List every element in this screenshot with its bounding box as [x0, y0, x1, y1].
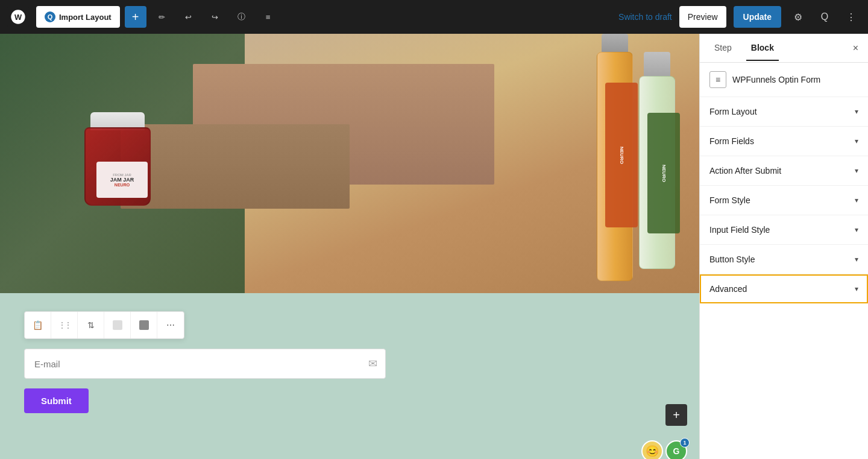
align-left-btn[interactable] — [104, 312, 131, 338]
button-style-chevron: ▾ — [855, 255, 858, 264]
redo-icon: ↪ — [212, 13, 218, 22]
action-after-submit-title: Action After Submit — [709, 166, 781, 176]
add-block-button[interactable]: + — [125, 6, 146, 28]
user-avatars: 😊 G 1 — [641, 440, 687, 459]
q-icon: Q — [45, 11, 55, 22]
accordion-form-style-header[interactable]: Form Style ▾ — [700, 186, 868, 215]
accordion-form-layout: Form Layout ▾ — [700, 97, 868, 127]
notification-badge: 1 — [680, 438, 690, 448]
sidebar-close-button[interactable]: × — [853, 43, 858, 54]
advanced-chevron: ▾ — [855, 285, 858, 293]
neuro-bottle-orange: NEURO — [591, 34, 639, 287]
toolbar: W Q Import Layout + ✏ ↩ ↪ ⓘ ≡ Switch to … — [0, 0, 868, 34]
email-input[interactable] — [24, 349, 386, 379]
jar-label: FROM JAR JAM JAR NEURO — [96, 162, 148, 198]
import-layout-button[interactable]: Q Import Layout — [36, 6, 120, 28]
bottle-label-orange: NEURO — [605, 83, 638, 227]
form-layout-chevron: ▾ — [855, 107, 858, 116]
arrow-up-down-btn[interactable]: ⇅ — [78, 312, 104, 338]
jam-jar: FROM JAR JAM JAR NEURO — [78, 106, 157, 209]
bottle-body-green: NEURO — [639, 76, 675, 269]
accordion-form-layout-header[interactable]: Form Layout ▾ — [700, 97, 868, 126]
form-fields-title: Form Fields — [709, 136, 754, 146]
accordion-button-style: Button Style ▾ — [700, 245, 868, 274]
right-sidebar: Step Block × ≡ WPFunnels Optin Form Form… — [699, 34, 868, 459]
email-icon: ✉ — [368, 357, 377, 370]
menu-button[interactable]: ≡ — [257, 6, 279, 28]
align-center-btn[interactable] — [131, 312, 157, 338]
form-block-icon-btn[interactable]: 📋 — [25, 312, 51, 338]
undo-button[interactable]: ↩ — [178, 6, 200, 28]
align-left-icon — [113, 320, 122, 330]
form-section: 📋 ⋮⋮ ⇅ ⋯ — [0, 293, 699, 459]
canvas-inner: FROM JAR JAM JAR NEURO NEURO — [0, 34, 699, 459]
switch-to-draft-button[interactable]: Switch to draft — [618, 12, 672, 22]
tab-block[interactable]: Block — [746, 36, 779, 61]
accordion-action-header[interactable]: Action After Submit ▾ — [700, 156, 868, 185]
email-input-wrapper: ✉ — [24, 349, 386, 379]
accordion-input-field-style-header[interactable]: Input Field Style ▾ — [700, 215, 868, 244]
sidebar-tabs: Step Block × — [700, 34, 868, 63]
block-label: ≡ WPFunnels Optin Form — [700, 63, 868, 97]
accordion-sections: Form Layout ▾ Form Fields ▾ Action After… — [700, 97, 868, 303]
drag-handle-icon: ⋮⋮ — [58, 321, 71, 329]
undo-icon: ↩ — [185, 13, 192, 22]
wp-logo[interactable]: W — [7, 6, 29, 28]
bottle-body-orange: NEURO — [597, 52, 633, 281]
block-form-icon: ≡ — [709, 71, 726, 88]
align-center-icon — [139, 320, 149, 330]
canvas: FROM JAR JAM JAR NEURO NEURO — [0, 34, 699, 459]
input-field-style-title: Input Field Style — [709, 225, 770, 235]
more-options-icon[interactable]: ⋮ — [841, 7, 861, 27]
form-fields-chevron: ▾ — [855, 137, 858, 145]
accordion-form-fields: Form Fields ▾ — [700, 127, 868, 156]
input-field-style-chevron: ▾ — [855, 226, 858, 234]
advanced-title: Advanced — [709, 284, 747, 294]
redo-button[interactable]: ↪ — [204, 6, 226, 28]
form-layout-title: Form Layout — [709, 107, 757, 116]
action-after-submit-chevron: ▾ — [855, 166, 858, 175]
pencil-button[interactable]: ✏ — [151, 6, 173, 28]
accordion-advanced: Advanced ▾ — [700, 274, 868, 303]
accordion-button-style-header[interactable]: Button Style ▾ — [700, 245, 868, 274]
info-icon: ⓘ — [237, 11, 245, 22]
add-new-block-button[interactable]: + — [665, 404, 687, 426]
update-button[interactable]: Update — [734, 6, 781, 28]
main-area: FROM JAR JAM JAR NEURO NEURO — [0, 34, 868, 459]
form-icon: ≡ — [715, 75, 720, 84]
plus-icon: + — [132, 10, 139, 24]
accordion-form-fields-header[interactable]: Form Fields ▾ — [700, 127, 868, 156]
form-style-title: Form Style — [709, 195, 750, 205]
user-icon[interactable]: Q — [815, 7, 834, 27]
accordion-input-field-style: Input Field Style ▾ — [700, 215, 868, 245]
block-name: WPFunnels Optin Form — [732, 75, 820, 84]
hero-image: FROM JAR JAM JAR NEURO NEURO — [0, 34, 699, 293]
menu-icon: ≡ — [266, 13, 271, 22]
more-options-icon: ⋯ — [166, 320, 175, 330]
preview-button[interactable]: Preview — [679, 6, 726, 28]
toolbar-right: Switch to draft Preview Update ⚙ Q ⋮ — [618, 6, 861, 28]
close-icon: × — [853, 43, 858, 54]
avatar-with-badge: G 1 — [665, 440, 687, 459]
bottle-label-green: NEURO — [647, 113, 680, 233]
pencil-icon: ✏ — [159, 13, 165, 22]
drag-handle-btn[interactable]: ⋮⋮ — [51, 312, 78, 338]
accordion-action-after-submit: Action After Submit ▾ — [700, 156, 868, 186]
tab-step[interactable]: Step — [709, 36, 737, 61]
import-label: Import Layout — [59, 13, 112, 22]
jar-body: FROM JAR JAM JAR NEURO — [84, 127, 151, 206]
arrow-up-down-icon: ⇅ — [87, 320, 95, 330]
more-options-btn[interactable]: ⋯ — [157, 312, 184, 338]
form-block-icon: 📋 — [33, 320, 43, 330]
submit-button[interactable]: Submit — [24, 388, 89, 413]
neuro-bottle-green: NEURO — [633, 52, 681, 281]
avatar-emoji: 😊 — [641, 440, 663, 459]
info-button[interactable]: ⓘ — [231, 6, 253, 28]
svg-text:W: W — [14, 13, 22, 22]
settings-icon[interactable]: ⚙ — [788, 7, 808, 27]
accordion-form-style: Form Style ▾ — [700, 186, 868, 215]
form-style-chevron: ▾ — [855, 196, 858, 204]
accordion-advanced-header[interactable]: Advanced ▾ — [701, 276, 867, 302]
form-block-toolbar: 📋 ⋮⋮ ⇅ ⋯ — [24, 311, 184, 339]
button-style-title: Button Style — [709, 255, 755, 264]
